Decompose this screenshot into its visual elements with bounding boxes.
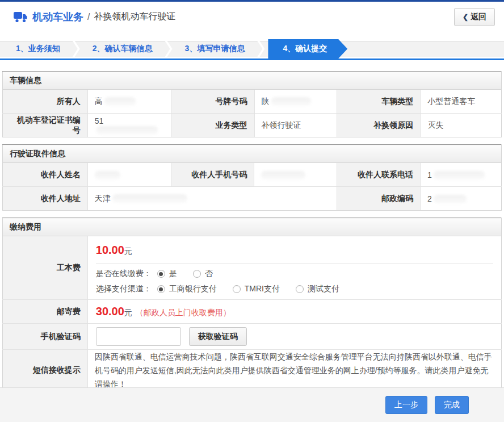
plate-number-label: 号牌号码: [171, 90, 254, 114]
recipient-mobile-label: 收件人手机号码: [171, 163, 254, 187]
step-separator-chevron: [257, 41, 264, 57]
postcode-label: 邮政编码: [337, 187, 421, 211]
channel-tmri-label: TMRI支付: [245, 284, 280, 294]
plate-number-value: 陕: [254, 90, 337, 114]
channel-tmri-option[interactable]: TMRI支付: [233, 284, 280, 294]
pickup-info-table: 行驶证取件信息 收件人姓名 收件人手机号码 收件人联系电话 1 收件人地址 天津…: [2, 144, 502, 211]
postage-fee-amount: 30.00: [96, 305, 124, 317]
step-progress-bar: 1、业务须知 2、确认车辆信息 3、填写申请信息 4、确认提交: [0, 39, 504, 60]
fees-table: 缴纳费用 工本费 10.00元 是否在线缴费： 是 否 选择支付渠道：: [2, 218, 502, 391]
recipient-phone-label: 收件人联系电话: [337, 163, 421, 187]
production-fee-amount: 10.00: [96, 244, 124, 256]
vehicle-type-label: 车辆类型: [337, 90, 421, 114]
redacted-blur: [271, 97, 311, 106]
step-2-confirm-vehicle[interactable]: 2、确认车辆信息: [80, 41, 165, 57]
table-row: 手机验证码 获取验证码: [3, 324, 502, 350]
sms-tip-label: 短信接收提示: [3, 350, 88, 391]
online-pay-label: 是否在线缴费：: [96, 269, 152, 279]
previous-step-button[interactable]: 上一步: [385, 396, 427, 414]
step-4-confirm-submit[interactable]: 4、确认提交: [268, 39, 347, 59]
pickup-section-title: 行驶证取件信息: [3, 145, 502, 163]
owner-value: 高: [87, 90, 171, 114]
step-1-business-notice[interactable]: 1、业务须知: [0, 41, 73, 57]
radio-unchecked-icon[interactable]: [193, 270, 201, 278]
redacted-blur: [104, 97, 136, 106]
production-fee-label: 工本费: [3, 236, 88, 300]
online-pay-no-option[interactable]: 否: [193, 269, 213, 279]
radio-checked-icon[interactable]: [157, 270, 165, 278]
recipient-name-value: [87, 163, 171, 187]
redacted-blur: [434, 171, 485, 179]
table-row: 收件人地址 天津 邮政编码 2: [3, 187, 502, 211]
postage-fee-note: （邮政人员上门收取费用）: [136, 308, 231, 317]
sms-code-input[interactable]: [96, 327, 181, 346]
step-3-fill-application[interactable]: 3、填写申请信息: [173, 41, 258, 57]
redacted-blur: [95, 171, 120, 179]
table-row: 短信接收提示 因陕西省联通、电信运营商技术问题，陕西省互联网交通安全综合服务管理…: [3, 350, 502, 391]
vehicle-info-table: 车辆信息 所有人 高 号牌号码 陕 车辆类型 小型普通客车 机动车登记证书编号 …: [2, 71, 502, 137]
table-row: 机动车登记证书编号 51 业务类型 补领行驶证 补换领原因 灭失: [3, 114, 502, 137]
currency-unit: 元: [124, 246, 132, 256]
back-button-label: 返回: [471, 12, 486, 22]
radio-unchecked-icon[interactable]: [296, 285, 304, 293]
radio-unchecked-icon[interactable]: [233, 285, 241, 293]
channel-test-option[interactable]: 测试支付: [296, 284, 339, 294]
redacted-blur: [112, 194, 187, 203]
radio-checked-icon[interactable]: [157, 285, 165, 293]
postage-fee-label: 邮寄费: [3, 300, 88, 324]
channel-icbc-label: 工商银行支付: [169, 284, 217, 294]
table-row: 所有人 高 号牌号码 陕 车辆类型 小型普通客车: [3, 90, 502, 114]
channel-test-label: 测试支付: [308, 284, 339, 294]
online-pay-row: 是否在线缴费： 是 否: [96, 269, 493, 279]
page-title: 机动车业务: [32, 10, 83, 24]
breadcrumb-subtitle: 补换领机动车行驶证: [94, 11, 175, 23]
owner-label: 所有人: [3, 90, 88, 114]
step-separator-chevron: [165, 41, 173, 57]
recipient-name-label: 收件人姓名: [3, 163, 88, 187]
table-row: 收件人姓名 收件人手机号码 收件人联系电话 1: [3, 163, 502, 187]
redacted-blur: [434, 195, 467, 203]
recipient-phone-value: 1: [421, 163, 502, 187]
fees-section-title: 缴纳费用: [3, 218, 502, 236]
production-fee-amount-line: 10.00元: [96, 236, 493, 264]
postage-fee-cell: 30.00元（邮政人员上门收取费用）: [87, 300, 501, 324]
vehicle-section-title: 车辆信息: [3, 72, 502, 90]
table-row: 邮寄费 30.00元（邮政人员上门收取费用）: [3, 300, 502, 324]
step-separator-chevron: [73, 41, 80, 57]
pay-channel-label: 选择支付渠道：: [96, 284, 152, 294]
recipient-address-label: 收件人地址: [3, 187, 88, 211]
truck-icon: [14, 11, 28, 23]
get-code-button[interactable]: 获取验证码: [189, 327, 247, 346]
business-type-label: 业务类型: [171, 114, 254, 137]
online-pay-yes-option[interactable]: 是: [157, 269, 177, 279]
online-pay-yes-label: 是: [169, 269, 177, 279]
page-footer: 上一步 完成: [0, 387, 504, 422]
recipient-mobile-value: [254, 163, 337, 187]
table-row: 工本费 10.00元 是否在线缴费： 是 否 选择支付渠道：: [3, 236, 502, 300]
online-pay-no-label: 否: [205, 269, 213, 279]
finish-button[interactable]: 完成: [435, 396, 469, 414]
redacted-blur: [261, 171, 305, 179]
stepbar-underline: [0, 59, 504, 60]
breadcrumb-separator: /: [87, 12, 90, 22]
page-header: 机动车业务 / 补换领机动车行驶证 ❮ 返回: [0, 2, 504, 32]
business-type-value: 补领行驶证: [254, 114, 337, 137]
back-button[interactable]: ❮ 返回: [454, 8, 495, 26]
cert-no-label: 机动车登记证书编号: [3, 114, 88, 137]
sms-code-label: 手机验证码: [3, 324, 88, 350]
currency-unit: 元: [124, 308, 132, 317]
back-chevron-icon: ❮: [463, 13, 468, 21]
redacted-blur: [96, 126, 158, 135]
pay-channel-row: 选择支付渠道： 工商银行支付 TMRI支付 测试支付: [96, 284, 493, 294]
production-fee-cell: 10.00元 是否在线缴费： 是 否 选择支付渠道： 工商银行支付: [87, 236, 501, 300]
reason-label: 补换领原因: [337, 114, 421, 137]
cert-no-value: 51: [87, 114, 171, 137]
reason-value: 灭失: [421, 114, 502, 137]
sms-code-cell: 获取验证码: [87, 324, 501, 350]
vehicle-type-value: 小型普通客车: [421, 90, 502, 114]
channel-icbc-option[interactable]: 工商银行支付: [157, 284, 217, 294]
recipient-address-value: 天津: [87, 187, 337, 211]
postcode-value: 2: [421, 187, 502, 211]
sms-tip-text: 因陕西省联通、电信运营商技术问题，陕西省互联网交通安全综合服务管理平台无法向持陕…: [87, 350, 501, 391]
